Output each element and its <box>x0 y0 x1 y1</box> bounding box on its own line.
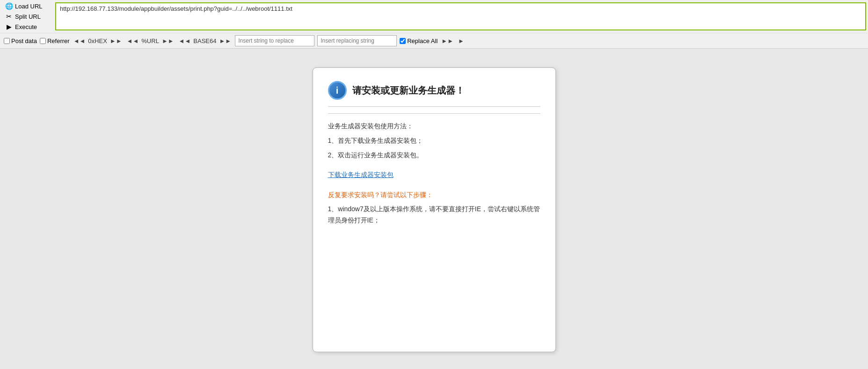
install-intro: 业务生成器安装包使用方法： <box>328 120 540 132</box>
url-encode-button[interactable]: ►► <box>161 37 175 45</box>
post-data-checkbox[interactable] <box>4 38 10 44</box>
replace-all-label: Replace All <box>407 37 438 44</box>
main-content: i 请安装或更新业务生成器！ 业务生成器安装包使用方法： 1、首先下载业务生成器… <box>0 49 868 369</box>
step1: 1、首先下载业务生成器安装包； <box>328 135 540 147</box>
load-url-label: Load URL <box>15 3 43 10</box>
warning-title: 反复要求安装吗？请尝试以下步骤： <box>328 189 540 201</box>
replace-all-checkbox[interactable] <box>400 38 406 44</box>
warning-step1: 1、window7及以上版本操作系统，请不要直接打开IE，尝试右键以系统管理员身… <box>328 204 540 226</box>
base64-encode-group: ◄◄ BASE64 ►► <box>178 37 233 45</box>
url-encode-group: ◄◄ %URL ►► <box>126 37 175 45</box>
dialog-header: i 请安装或更新业务生成器！ <box>328 81 540 107</box>
split-url-icon: ✂ <box>5 12 13 21</box>
hex-encode-button[interactable]: ►► <box>109 37 123 45</box>
load-url-button[interactable]: 🌐 Load URL <box>2 1 53 11</box>
hex-label: 0xHEX <box>88 37 107 44</box>
url-input[interactable]: http://192.168.77.133/module/appbuilder/… <box>55 2 866 30</box>
info-icon: i <box>328 81 347 100</box>
post-data-check-label[interactable]: Post data <box>4 37 37 44</box>
referrer-check-label[interactable]: Referrer <box>40 37 70 44</box>
dialog-divider <box>328 113 540 114</box>
download-link-text: 下载业务生成器安装包 <box>328 171 394 178</box>
replace-next-button[interactable]: ► <box>457 37 465 45</box>
base64-decode-button[interactable]: ◄◄ <box>178 37 192 45</box>
step2: 2、双击运行业务生成器安装包。 <box>328 149 540 161</box>
replace-prev-button[interactable]: ►► <box>440 37 454 45</box>
nav-buttons: 🌐 Load URL ✂ Split URL ▶ Execute <box>2 1 53 32</box>
insert-string-input[interactable] <box>235 35 314 46</box>
info-icon-letter: i <box>336 85 339 96</box>
url-input-wrap: http://192.168.77.133/module/appbuilder/… <box>55 1 866 32</box>
replace-all-check-label[interactable]: Replace All <box>400 37 438 44</box>
referrer-label: Referrer <box>47 37 70 44</box>
hex-decode-button[interactable]: ◄◄ <box>73 37 87 45</box>
hex-encode-group: ◄◄ 0xHEX ►► <box>73 37 123 45</box>
download-link[interactable]: 下载业务生成器安装包 <box>328 169 394 181</box>
post-data-label: Post data <box>11 37 37 44</box>
split-url-label: Split URL <box>15 13 41 20</box>
execute-icon: ▶ <box>5 22 13 31</box>
dialog-title: 请安装或更新业务生成器！ <box>352 84 465 97</box>
load-url-icon: 🌐 <box>5 2 13 10</box>
dialog-body: 业务生成器安装包使用方法： 1、首先下载业务生成器安装包； 2、双击运行业务生成… <box>328 120 540 226</box>
toolbar-container: 🌐 Load URL ✂ Split URL ▶ Execute http://… <box>0 0 868 49</box>
split-url-button[interactable]: ✂ Split URL <box>2 11 53 22</box>
insert-replacing-input[interactable] <box>317 35 397 46</box>
dialog-box: i 请安装或更新业务生成器！ 业务生成器安装包使用方法： 1、首先下载业务生成器… <box>313 67 556 352</box>
base64-label: BASE64 <box>193 37 216 44</box>
base64-encode-button[interactable]: ►► <box>219 37 233 45</box>
second-bar: Post data Referrer ◄◄ 0xHEX ►► ◄◄ %URL ►… <box>0 33 868 48</box>
execute-label: Execute <box>15 23 37 30</box>
url-decode-button[interactable]: ◄◄ <box>126 37 140 45</box>
top-bar: 🌐 Load URL ✂ Split URL ▶ Execute http://… <box>0 0 868 33</box>
execute-button[interactable]: ▶ Execute <box>2 22 53 32</box>
url-label: %URL <box>141 37 159 44</box>
referrer-checkbox[interactable] <box>40 38 46 44</box>
